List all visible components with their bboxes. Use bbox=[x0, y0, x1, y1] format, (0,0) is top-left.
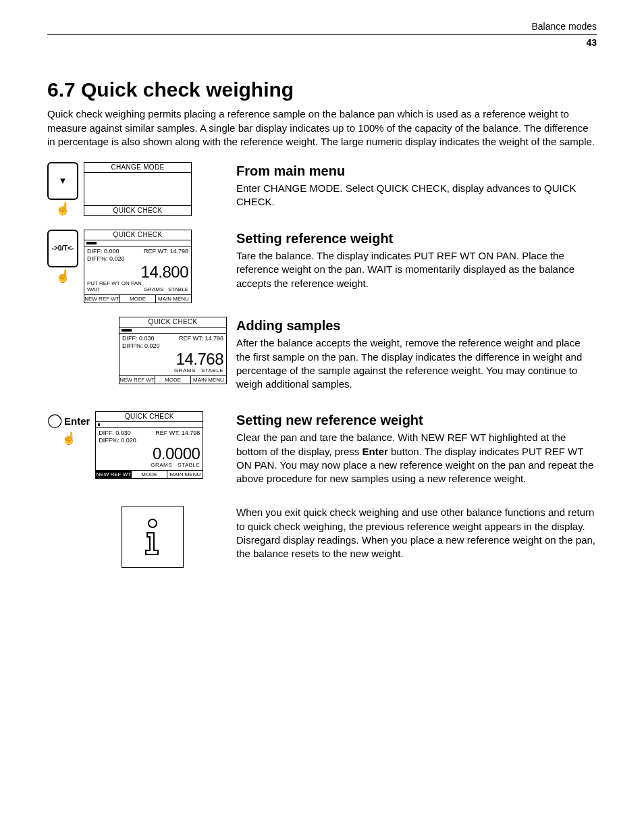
lcd-footer: QUICK CHECK bbox=[84, 206, 191, 215]
lcd-title: QUICK CHECK bbox=[84, 230, 191, 240]
section-body: Clear the pan and tare the balance. With… bbox=[236, 431, 597, 486]
lcd-diffpct: DIFF%: 0.020 bbox=[99, 437, 200, 444]
lcd-diffpct: DIFF%: 0.020 bbox=[122, 342, 223, 350]
section-heading: From main menu bbox=[236, 162, 597, 180]
lcd-quick-check-newref: QUICK CHECK DIFF: 0.030REF WT: 14.798 DI… bbox=[95, 411, 203, 479]
page-number: 43 bbox=[47, 36, 597, 49]
lcd-big-value: 0.0000 bbox=[99, 446, 200, 462]
lcd-quick-check-sample: QUICK CHECK DIFF: 0.030REF WT: 14.798 DI… bbox=[119, 317, 227, 384]
page-title: 6.7 Quick check weighing bbox=[47, 76, 597, 104]
lcd-softkey: NEW REF WT bbox=[84, 295, 119, 303]
lcd-change-mode: CHANGE MODE QUICK CHECK bbox=[84, 162, 192, 216]
lcd-diff: DIFF: 0.030 bbox=[122, 335, 155, 342]
enter-label: Enter bbox=[64, 415, 90, 428]
tare-button-icon: ->0/T<- bbox=[47, 230, 78, 267]
lcd-softkey: MODE bbox=[155, 376, 190, 384]
lcd-title: QUICK CHECK bbox=[96, 412, 203, 422]
intro-paragraph: Quick check weighing permits placing a r… bbox=[47, 107, 597, 149]
info-icon bbox=[122, 506, 184, 568]
hand-icon: ☝ bbox=[55, 270, 70, 282]
lcd-diff: DIFF: 0.030 bbox=[99, 429, 131, 437]
lcd-big-value: 14.768 bbox=[122, 351, 223, 367]
lcd-softkey: NEW REF WT bbox=[96, 471, 131, 479]
section-heading: Setting reference weight bbox=[236, 230, 597, 248]
step-set-reference: ->0/T<- ☝ QUICK CHECK DIFF: 0.000REF WT:… bbox=[47, 230, 597, 303]
lcd-softkey: MAIN MENU bbox=[190, 376, 226, 384]
step-new-reference: ◯ Enter ☝ QUICK CHECK DIFF: 0.030REF WT:… bbox=[47, 411, 597, 492]
lcd-big-value: 14.800 bbox=[87, 264, 188, 280]
lcd-title: QUICK CHECK bbox=[119, 317, 226, 328]
lcd-title: CHANGE MODE bbox=[84, 163, 191, 173]
lcd-softkey: MAIN MENU bbox=[155, 295, 191, 303]
section-body: After the balance accepts the weight, re… bbox=[236, 336, 597, 391]
lcd-softkey: MODE bbox=[119, 295, 155, 303]
lcd-quick-check-ref: QUICK CHECK DIFF: 0.000REF WT: 14.798 DI… bbox=[84, 230, 192, 303]
lcd-ref: REF WT: 14.798 bbox=[144, 248, 188, 255]
down-button-icon: ▼ bbox=[47, 162, 78, 200]
lcd-diff: DIFF: 0.000 bbox=[87, 248, 119, 255]
step-from-main-menu: ▼ ☝ CHANGE MODE QUICK CHECK From main me… bbox=[47, 162, 597, 216]
lcd-ref: REF WT: 14.798 bbox=[179, 335, 223, 342]
svg-point-0 bbox=[149, 519, 157, 527]
section-body: Enter CHANGE MODE. Select QUICK CHECK, d… bbox=[236, 182, 597, 209]
step-adding-samples: QUICK CHECK DIFF: 0.030REF WT: 14.798 DI… bbox=[47, 317, 597, 398]
section-body: Tare the balance. The display indicates … bbox=[236, 249, 597, 290]
lcd-softkey: MODE bbox=[131, 471, 167, 479]
info-note-row: When you exit quick check weighing and u… bbox=[47, 506, 597, 568]
header-section: Balance modes bbox=[47, 20, 597, 35]
hand-icon: ☝ bbox=[61, 432, 76, 444]
lcd-diffpct: DIFF%: 0.020 bbox=[87, 255, 188, 263]
info-note: When you exit quick check weighing and u… bbox=[236, 506, 597, 561]
hand-icon: ☝ bbox=[55, 203, 70, 215]
enter-button-icon: ◯ bbox=[47, 411, 62, 429]
lcd-status: WAIT bbox=[87, 286, 101, 293]
lcd-ref: REF WT: 14.798 bbox=[155, 429, 200, 437]
lcd-put-msg: PUT REF WT ON PAN bbox=[87, 280, 142, 287]
section-heading: Adding samples bbox=[236, 317, 597, 335]
section-heading: Setting new reference weight bbox=[236, 411, 597, 429]
lcd-softkey: NEW REF WT bbox=[119, 376, 155, 384]
lcd-softkey: MAIN MENU bbox=[167, 471, 203, 479]
